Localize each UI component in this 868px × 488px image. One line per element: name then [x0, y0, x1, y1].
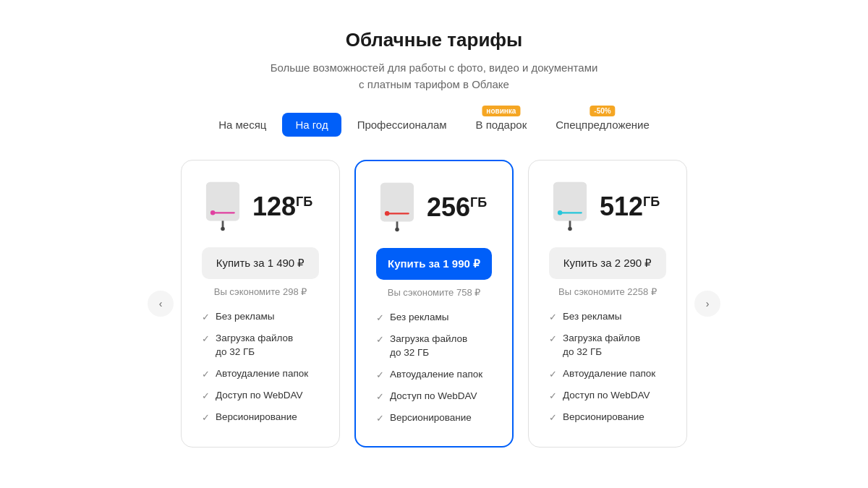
check-icon: ✓ — [376, 412, 384, 425]
check-icon: ✓ — [549, 368, 557, 381]
page-subtitle: Больше возможностей для работы с фото, в… — [271, 60, 598, 93]
features-list-512: ✓Без рекламы ✓Загрузка файловдо 32 ГБ ✓А… — [549, 310, 666, 425]
page-title: Облачные тарифы — [346, 29, 523, 51]
check-icon: ✓ — [376, 312, 384, 325]
tab-gift[interactable]: В подарок — [463, 113, 540, 137]
tab-pro[interactable]: Профессионалам — [344, 113, 460, 137]
card-top-128: 128ГБ — [202, 181, 319, 233]
buy-button-128[interactable]: Купить за 1 490 ₽ — [202, 247, 319, 279]
svg-rect-13 — [553, 182, 587, 221]
features-list-128: ✓Без рекламы ✓Загрузка файловдо 32 ГБ ✓А… — [202, 310, 319, 425]
feature-128-3: ✓Доступ по WebDAV — [202, 389, 319, 403]
svg-point-9 — [395, 228, 399, 232]
feature-512-4: ✓Версионирование — [549, 411, 666, 424]
card-256gb: 256ГБ Купить за 1 990 ₽ Вы сэкономите 75… — [354, 160, 514, 448]
buy-button-512[interactable]: Купить за 2 290 ₽ — [549, 247, 666, 279]
check-icon: ✓ — [376, 390, 384, 403]
feature-128-1: ✓Загрузка файловдо 32 ГБ — [202, 332, 319, 359]
feature-512-2: ✓Автоудаление папок — [549, 367, 666, 381]
next-arrow[interactable]: › — [694, 291, 720, 317]
check-icon: ✓ — [202, 411, 210, 424]
tab-month[interactable]: На месяц — [205, 113, 279, 137]
card-unit-128: ГБ — [296, 194, 312, 209]
feature-512-0: ✓Без рекламы — [549, 310, 666, 324]
check-icon: ✓ — [376, 333, 384, 346]
save-text-256: Вы сэкономите 758 ₽ — [376, 287, 492, 298]
check-icon: ✓ — [549, 390, 557, 403]
check-icon: ✓ — [202, 368, 210, 381]
feature-256-1: ✓Загрузка файловдо 32 ГБ — [376, 333, 492, 360]
card-top-256: 256ГБ — [376, 181, 492, 234]
check-icon: ✓ — [549, 411, 557, 424]
svg-point-15 — [568, 227, 572, 231]
check-icon: ✓ — [376, 369, 384, 382]
svg-point-5 — [210, 210, 215, 215]
tabs-container: На месяц На год Профессионалам новинка В… — [205, 113, 663, 137]
save-text-512: Вы сэкономите 2258 ₽ — [549, 286, 666, 297]
card-unit-256: ГБ — [470, 195, 487, 210]
drive-icon-128 — [202, 181, 244, 233]
check-icon: ✓ — [549, 333, 557, 346]
feature-512-1: ✓Загрузка файловдо 32 ГБ — [549, 332, 666, 359]
drive-icon-512 — [549, 181, 591, 233]
tab-special[interactable]: Спецпредложение — [542, 113, 663, 137]
check-icon: ✓ — [202, 390, 210, 403]
feature-128-2: ✓Автоудаление папок — [202, 367, 319, 381]
feature-256-2: ✓Автоудаление папок — [376, 368, 492, 382]
svg-point-3 — [221, 227, 225, 231]
feature-256-0: ✓Без рекламы — [376, 311, 492, 325]
svg-rect-7 — [380, 183, 414, 222]
card-top-512: 512ГБ — [549, 181, 666, 233]
card-size-128: 128ГБ — [252, 192, 312, 221]
feature-256-4: ✓Версионирование — [376, 411, 492, 425]
card-size-256: 256ГБ — [427, 192, 487, 222]
card-128gb: 128ГБ Купить за 1 490 ₽ Вы сэкономите 29… — [181, 160, 340, 448]
feature-512-3: ✓Доступ по WebDAV — [549, 389, 666, 403]
check-icon: ✓ — [202, 333, 210, 346]
card-unit-512: ГБ — [643, 194, 660, 209]
tab-year[interactable]: На год — [282, 113, 341, 137]
features-list-256: ✓Без рекламы ✓Загрузка файловдо 32 ГБ ✓А… — [376, 311, 492, 426]
feature-128-0: ✓Без рекламы — [202, 310, 319, 324]
feature-128-4: ✓Версионирование — [202, 411, 319, 424]
buy-button-256[interactable]: Купить за 1 990 ₽ — [376, 248, 492, 280]
check-icon: ✓ — [549, 311, 557, 324]
prev-arrow[interactable]: ‹ — [148, 291, 174, 317]
svg-point-17 — [558, 210, 562, 215]
cards-section: ‹ 128ГБ Купить за 1 490 ₽ Вы сэконом — [109, 160, 760, 448]
svg-point-11 — [385, 211, 389, 215]
card-size-512: 512ГБ — [600, 192, 660, 221]
card-512gb: 512ГБ Купить за 2 290 ₽ Вы сэкономите 22… — [528, 160, 687, 448]
svg-rect-1 — [206, 182, 239, 221]
drive-icon-256 — [376, 181, 418, 234]
cards-container: 128ГБ Купить за 1 490 ₽ Вы сэкономите 29… — [181, 160, 687, 448]
feature-256-3: ✓Доступ по WebDAV — [376, 390, 492, 403]
check-icon: ✓ — [202, 311, 210, 324]
save-text-128: Вы сэкономите 298 ₽ — [202, 286, 319, 297]
